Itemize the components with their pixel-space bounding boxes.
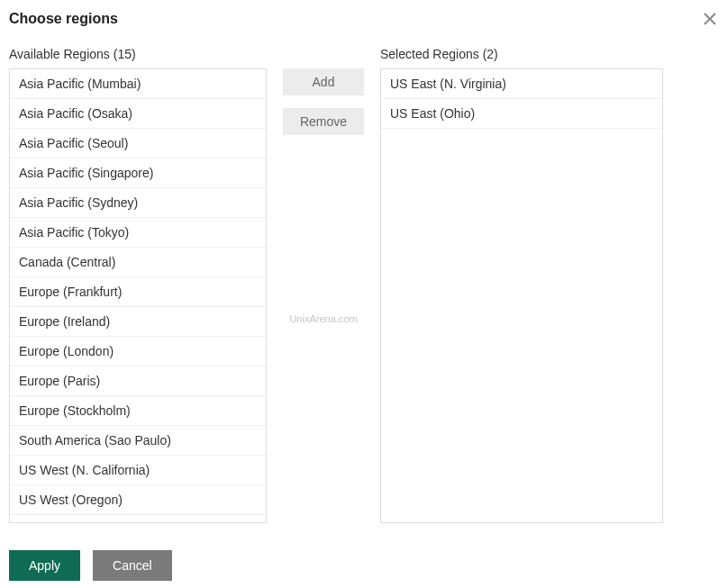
watermark-text: UnixArena.com: [289, 313, 357, 324]
close-icon[interactable]: [702, 11, 718, 27]
list-item[interactable]: South America (Sao Paulo): [10, 426, 266, 456]
list-item[interactable]: Asia Pacific (Sydney): [10, 188, 266, 218]
selected-list[interactable]: US East (N. Virginia)US East (Ohio): [380, 68, 663, 523]
available-count: 15: [117, 47, 132, 61]
list-item[interactable]: US East (Ohio): [381, 99, 662, 129]
apply-button[interactable]: Apply: [9, 550, 80, 581]
available-label: Available Regions (15): [9, 47, 267, 61]
dialog-footer: Apply Cancel: [9, 550, 718, 581]
selected-label-text: Selected Regions: [380, 47, 479, 61]
list-item[interactable]: Asia Pacific (Mumbai): [10, 69, 266, 99]
available-panel: Available Regions (15) Asia Pacific (Mum…: [9, 47, 267, 523]
selected-label: Selected Regions (2): [380, 47, 663, 61]
selected-panel: Selected Regions (2) US East (N. Virgini…: [380, 47, 663, 523]
list-item[interactable]: Europe (Frankfurt): [10, 277, 266, 307]
region-selector: Available Regions (15) Asia Pacific (Mum…: [9, 47, 718, 523]
dialog-header: Choose regions: [9, 11, 718, 27]
list-item[interactable]: Europe (Ireland): [10, 307, 266, 337]
transfer-controls: Add Remove UnixArena.com: [267, 47, 380, 523]
list-item[interactable]: Asia Pacific (Seoul): [10, 129, 266, 158]
list-item[interactable]: US West (Oregon): [10, 485, 266, 515]
available-list[interactable]: Asia Pacific (Mumbai)Asia Pacific (Osaka…: [9, 68, 267, 523]
available-label-text: Available Regions: [9, 47, 110, 61]
list-item[interactable]: Europe (Stockholm): [10, 396, 266, 426]
list-item[interactable]: Europe (London): [10, 337, 266, 366]
list-item[interactable]: Asia Pacific (Osaka): [10, 99, 266, 129]
dialog-title: Choose regions: [9, 11, 118, 27]
add-button[interactable]: Add: [283, 68, 364, 95]
cancel-button[interactable]: Cancel: [93, 550, 172, 581]
remove-button[interactable]: Remove: [283, 108, 364, 135]
list-item[interactable]: Asia Pacific (Singapore): [10, 158, 266, 188]
list-item[interactable]: Europe (Paris): [10, 366, 266, 396]
list-item[interactable]: Asia Pacific (Tokyo): [10, 218, 266, 248]
list-item[interactable]: Canada (Central): [10, 248, 266, 277]
list-item[interactable]: US West (N. California): [10, 456, 266, 485]
list-item[interactable]: US East (N. Virginia): [381, 69, 662, 99]
selected-count: 2: [486, 47, 494, 61]
